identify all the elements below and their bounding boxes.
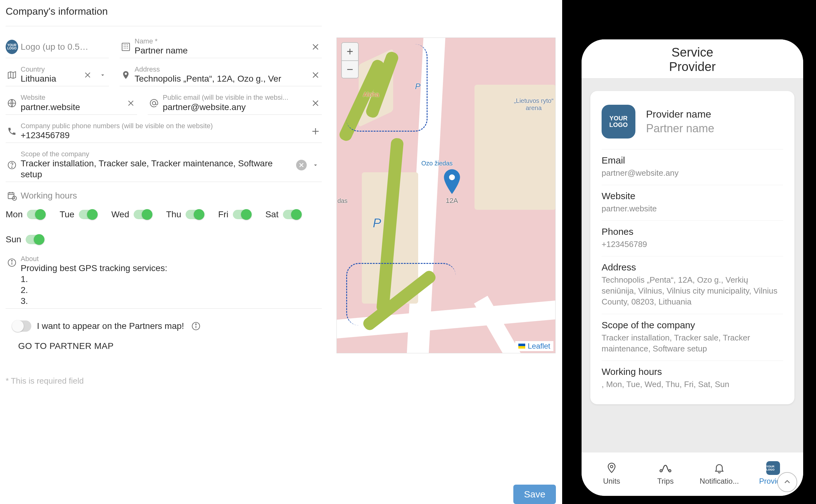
phone-label: Company public phone numbers (will be vi… <box>21 122 307 130</box>
tab-notifications[interactable]: Notificatio... <box>699 461 740 486</box>
scope-dropdown-icon[interactable] <box>309 159 322 171</box>
save-button[interactable]: Save <box>513 485 556 504</box>
provider-logo-icon: YOUR LOGO <box>601 105 636 139</box>
svg-point-10 <box>195 324 196 325</box>
provider-tab-logo-icon: YOUR LOGO <box>766 461 780 475</box>
card-key: Address <box>601 262 783 273</box>
hours-label: Working hours <box>21 190 322 201</box>
bell-icon <box>712 461 726 475</box>
day-toggle-thu[interactable] <box>185 210 203 219</box>
phone-field[interactable]: Company public phone numbers (will be vi… <box>6 120 322 143</box>
clear-address-icon[interactable] <box>309 69 322 81</box>
scope-field[interactable]: Scope of the company Tracker installatio… <box>6 149 322 182</box>
day-label: Thu <box>166 209 181 219</box>
phone-value: +123456789 <box>21 130 307 141</box>
card-key: Email <box>601 155 783 166</box>
map-parking-icon: P <box>373 216 381 230</box>
help-icon <box>6 159 18 171</box>
map-label-ozo: Ozo žiedas <box>421 160 453 167</box>
map-label-das: das <box>337 197 347 204</box>
card-val: Tracker installation, Tracker sale, Trac… <box>601 332 783 354</box>
add-phone-icon[interactable] <box>309 125 322 138</box>
svg-point-13 <box>660 470 662 472</box>
country-field[interactable]: Country Lithuania <box>6 64 109 86</box>
clear-website-icon[interactable] <box>124 97 137 109</box>
about-field[interactable]: About Providing best GPS tracking servic… <box>6 253 322 309</box>
day-label: Mon <box>6 209 23 219</box>
name-field[interactable]: Name * Partner name <box>119 36 322 58</box>
partners-map-row: I want to appear on the Partners map! <box>13 320 322 332</box>
phone-tabbar: Units Trips Notificatio... YOUR LOGO Pro… <box>581 452 803 496</box>
zoom-out-button[interactable]: − <box>342 60 358 78</box>
card-row-address: Address Technopolis „Penta“, 12A, Ozo g.… <box>601 256 783 314</box>
about-label: About <box>21 255 322 263</box>
tab-units[interactable]: Units <box>591 461 632 486</box>
phone-icon <box>6 125 18 138</box>
company-logo-chip: YOUR LOGO <box>6 41 18 53</box>
tab-label: Notificatio... <box>700 477 739 486</box>
clear-email-icon[interactable] <box>309 97 322 109</box>
tab-trips[interactable]: Trips <box>645 461 686 486</box>
day-toggle-wed[interactable] <box>134 210 151 219</box>
partners-map-info-icon[interactable] <box>190 320 202 332</box>
day-label: Tue <box>59 209 74 219</box>
svg-point-2 <box>152 102 156 105</box>
day-toggle-fri[interactable] <box>233 210 251 219</box>
card-row-scope: Scope of the company Tracker installatio… <box>601 314 783 360</box>
card-val: Technopolis „Penta“, 12A, Ozo g., Verkių… <box>601 275 783 307</box>
website-field[interactable]: Website partner.website <box>6 92 137 114</box>
day-mon: Mon <box>6 209 44 219</box>
day-label: Wed <box>111 209 129 219</box>
day-fri: Fri <box>218 209 251 219</box>
about-value: Providing best GPS tracking services:1.2… <box>21 263 322 306</box>
scroll-top-fab[interactable] <box>777 472 797 492</box>
svg-point-11 <box>449 174 455 180</box>
day-label: Fri <box>218 209 229 219</box>
clear-scope-icon[interactable] <box>296 160 307 170</box>
scope-value: Tracker installation, Tracker sale, Trac… <box>21 158 294 180</box>
globe-icon <box>6 97 18 109</box>
phone-preview-area: Service Provider YOUR LOGO Provider name… <box>562 0 816 504</box>
map-zoom-control: + − <box>341 42 359 78</box>
partners-map-toggle[interactable] <box>13 320 31 332</box>
building-icon <box>119 41 132 53</box>
address-field[interactable]: Address Technopolis „Penta“, 12A, Ozo g.… <box>119 64 322 86</box>
card-val: partner@website.any <box>601 168 783 179</box>
card-row-hours: Working hours , Mon, Tue, Wed, Thu, Fri,… <box>601 360 783 396</box>
partners-map-label: I want to appear on the Partners map! <box>37 321 184 331</box>
go-to-partner-map-button[interactable]: GO TO PARTNER MAP <box>18 341 322 351</box>
map-marker-icon[interactable] <box>443 169 461 194</box>
svg-point-8 <box>12 260 13 261</box>
zoom-in-button[interactable]: + <box>342 43 358 60</box>
map-parking-icon-2: P <box>415 82 420 91</box>
day-toggle-sat[interactable] <box>283 210 301 219</box>
website-label: Website <box>21 94 122 101</box>
logo-field[interactable]: YOUR LOGO Logo (up to 0.5… <box>6 36 109 58</box>
info-icon <box>6 256 18 269</box>
card-row-email: Email partner@website.any <box>601 149 783 185</box>
clear-country-icon[interactable] <box>81 69 94 81</box>
day-toggle-sun[interactable] <box>26 235 43 244</box>
day-sun: Sun <box>6 234 43 244</box>
provider-name-value: Partner name <box>646 122 714 135</box>
card-key: Scope of the company <box>601 320 783 330</box>
phone-header-1: Service <box>581 45 803 59</box>
map-attribution[interactable]: Leaflet <box>515 341 553 351</box>
card-key: Working hours <box>601 366 783 377</box>
card-val: partner.website <box>601 203 783 214</box>
email-label: Public email (will be visible in the web… <box>163 94 307 101</box>
day-toggle-tue[interactable] <box>79 210 96 219</box>
route-icon <box>659 461 672 475</box>
email-field[interactable]: Public email (will be visible in the web… <box>148 92 322 114</box>
day-toggle-mon[interactable] <box>27 210 44 219</box>
clear-name-icon[interactable] <box>309 41 322 53</box>
country-dropdown-icon[interactable] <box>96 69 109 81</box>
country-value: Lithuania <box>21 73 79 84</box>
website-value: partner.website <box>21 102 122 113</box>
day-label: Sat <box>266 209 279 219</box>
ukraine-flag-icon <box>518 344 525 349</box>
location-map[interactable]: „Lietuvos ryto“ arena Ozo žiedas Aloha d… <box>337 38 555 353</box>
day-wed: Wed <box>111 209 151 219</box>
scope-label: Scope of the company <box>21 150 294 158</box>
phone-frame: Service Provider YOUR LOGO Provider name… <box>573 31 811 504</box>
